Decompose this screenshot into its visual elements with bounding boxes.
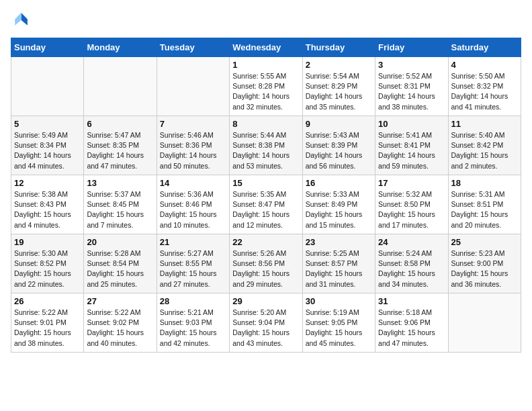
calendar-week-row: 12Sunrise: 5:38 AMSunset: 8:43 PMDayligh… bbox=[11, 175, 521, 234]
day-info: Sunrise: 5:26 AMSunset: 8:56 PMDaylight:… bbox=[232, 248, 299, 289]
weekday-header: Sunday bbox=[11, 38, 84, 57]
day-number: 14 bbox=[160, 178, 226, 188]
day-number: 25 bbox=[451, 237, 518, 247]
day-number: 15 bbox=[232, 178, 299, 188]
day-info: Sunrise: 5:50 AMSunset: 8:32 PMDaylight:… bbox=[451, 71, 518, 112]
calendar-day-cell: 29Sunrise: 5:20 AMSunset: 9:04 PMDayligh… bbox=[230, 293, 302, 353]
day-number: 8 bbox=[232, 119, 299, 129]
day-info: Sunrise: 5:33 AMSunset: 8:49 PMDaylight:… bbox=[306, 189, 372, 230]
day-info: Sunrise: 5:32 AMSunset: 8:50 PMDaylight:… bbox=[378, 189, 445, 230]
calendar-day-cell: 30Sunrise: 5:19 AMSunset: 9:05 PMDayligh… bbox=[302, 293, 375, 353]
calendar-day-cell: 12Sunrise: 5:38 AMSunset: 8:43 PMDayligh… bbox=[11, 175, 84, 234]
day-info: Sunrise: 5:27 AMSunset: 8:55 PMDaylight:… bbox=[160, 248, 226, 289]
day-info: Sunrise: 5:52 AMSunset: 8:31 PMDaylight:… bbox=[378, 71, 445, 112]
weekday-header: Tuesday bbox=[157, 38, 229, 57]
calendar-day-cell: 14Sunrise: 5:36 AMSunset: 8:46 PMDayligh… bbox=[157, 175, 229, 234]
day-info: Sunrise: 5:30 AMSunset: 8:52 PMDaylight:… bbox=[14, 248, 81, 289]
calendar-day-cell: 19Sunrise: 5:30 AMSunset: 8:52 PMDayligh… bbox=[11, 234, 84, 293]
calendar-day-cell: 28Sunrise: 5:21 AMSunset: 9:03 PMDayligh… bbox=[157, 293, 229, 353]
calendar-day-cell: 10Sunrise: 5:41 AMSunset: 8:41 PMDayligh… bbox=[375, 116, 448, 175]
day-info: Sunrise: 5:49 AMSunset: 8:34 PMDaylight:… bbox=[14, 130, 81, 171]
day-number: 13 bbox=[87, 178, 153, 188]
calendar-day-cell bbox=[84, 57, 157, 116]
weekday-header: Saturday bbox=[448, 38, 521, 57]
day-info: Sunrise: 5:55 AMSunset: 8:28 PMDaylight:… bbox=[232, 71, 299, 112]
calendar-header-row: SundayMondayTuesdayWednesdayThursdayFrid… bbox=[11, 38, 521, 57]
calendar-day-cell bbox=[157, 57, 229, 116]
day-number: 20 bbox=[87, 237, 153, 247]
day-number: 2 bbox=[306, 60, 372, 70]
calendar-table: SundayMondayTuesdayWednesdayThursdayFrid… bbox=[11, 38, 521, 353]
day-number: 31 bbox=[378, 296, 445, 306]
day-number: 28 bbox=[160, 296, 226, 306]
day-info: Sunrise: 5:28 AMSunset: 8:54 PMDaylight:… bbox=[87, 248, 153, 289]
day-info: Sunrise: 5:43 AMSunset: 8:39 PMDaylight:… bbox=[306, 130, 372, 171]
svg-marker-1 bbox=[15, 13, 21, 26]
day-number: 16 bbox=[306, 178, 372, 188]
day-number: 11 bbox=[451, 119, 518, 129]
calendar-day-cell: 2Sunrise: 5:54 AMSunset: 8:29 PMDaylight… bbox=[302, 57, 375, 116]
day-info: Sunrise: 5:54 AMSunset: 8:29 PMDaylight:… bbox=[306, 71, 372, 112]
day-number: 17 bbox=[378, 178, 445, 188]
calendar-day-cell: 18Sunrise: 5:31 AMSunset: 8:51 PMDayligh… bbox=[448, 175, 521, 234]
calendar-day-cell: 26Sunrise: 5:22 AMSunset: 9:01 PMDayligh… bbox=[11, 293, 84, 353]
day-number: 24 bbox=[378, 237, 445, 247]
day-info: Sunrise: 5:44 AMSunset: 8:38 PMDaylight:… bbox=[232, 130, 299, 171]
day-number: 29 bbox=[232, 296, 299, 306]
calendar-day-cell: 13Sunrise: 5:37 AMSunset: 8:45 PMDayligh… bbox=[84, 175, 157, 234]
day-info: Sunrise: 5:47 AMSunset: 8:35 PMDaylight:… bbox=[87, 130, 153, 171]
day-info: Sunrise: 5:40 AMSunset: 8:42 PMDaylight:… bbox=[451, 130, 518, 171]
calendar-day-cell: 7Sunrise: 5:46 AMSunset: 8:36 PMDaylight… bbox=[157, 116, 229, 175]
day-info: Sunrise: 5:21 AMSunset: 9:03 PMDaylight:… bbox=[160, 308, 226, 349]
calendar-day-cell: 21Sunrise: 5:27 AMSunset: 8:55 PMDayligh… bbox=[157, 234, 229, 293]
day-info: Sunrise: 5:19 AMSunset: 9:05 PMDaylight:… bbox=[306, 308, 372, 349]
page-header bbox=[11, 11, 521, 30]
calendar-day-cell: 20Sunrise: 5:28 AMSunset: 8:54 PMDayligh… bbox=[84, 234, 157, 293]
day-number: 12 bbox=[14, 178, 81, 188]
calendar-day-cell: 24Sunrise: 5:24 AMSunset: 8:58 PMDayligh… bbox=[375, 234, 448, 293]
day-number: 5 bbox=[14, 119, 81, 129]
calendar-day-cell: 16Sunrise: 5:33 AMSunset: 8:49 PMDayligh… bbox=[302, 175, 375, 234]
calendar-day-cell: 3Sunrise: 5:52 AMSunset: 8:31 PMDaylight… bbox=[375, 57, 448, 116]
day-info: Sunrise: 5:46 AMSunset: 8:36 PMDaylight:… bbox=[160, 130, 226, 171]
day-info: Sunrise: 5:20 AMSunset: 9:04 PMDaylight:… bbox=[232, 308, 299, 349]
logo-icon bbox=[11, 11, 30, 30]
calendar-day-cell: 6Sunrise: 5:47 AMSunset: 8:35 PMDaylight… bbox=[84, 116, 157, 175]
day-number: 3 bbox=[378, 60, 445, 70]
day-info: Sunrise: 5:37 AMSunset: 8:45 PMDaylight:… bbox=[87, 189, 153, 230]
calendar-day-cell: 4Sunrise: 5:50 AMSunset: 8:32 PMDaylight… bbox=[448, 57, 521, 116]
weekday-header: Monday bbox=[84, 38, 157, 57]
calendar-week-row: 19Sunrise: 5:30 AMSunset: 8:52 PMDayligh… bbox=[11, 234, 521, 293]
day-number: 23 bbox=[306, 237, 372, 247]
calendar-day-cell: 22Sunrise: 5:26 AMSunset: 8:56 PMDayligh… bbox=[230, 234, 302, 293]
day-info: Sunrise: 5:41 AMSunset: 8:41 PMDaylight:… bbox=[378, 130, 445, 171]
calendar-day-cell: 11Sunrise: 5:40 AMSunset: 8:42 PMDayligh… bbox=[448, 116, 521, 175]
calendar-day-cell: 5Sunrise: 5:49 AMSunset: 8:34 PMDaylight… bbox=[11, 116, 84, 175]
calendar-day-cell bbox=[11, 57, 84, 116]
day-number: 6 bbox=[87, 119, 153, 129]
day-number: 10 bbox=[378, 119, 445, 129]
calendar-day-cell: 15Sunrise: 5:35 AMSunset: 8:47 PMDayligh… bbox=[230, 175, 302, 234]
calendar-day-cell: 23Sunrise: 5:25 AMSunset: 8:57 PMDayligh… bbox=[302, 234, 375, 293]
calendar-week-row: 26Sunrise: 5:22 AMSunset: 9:01 PMDayligh… bbox=[11, 293, 521, 353]
day-number: 1 bbox=[232, 60, 299, 70]
day-info: Sunrise: 5:23 AMSunset: 9:00 PMDaylight:… bbox=[451, 248, 518, 289]
calendar-day-cell bbox=[448, 293, 521, 353]
calendar-day-cell: 17Sunrise: 5:32 AMSunset: 8:50 PMDayligh… bbox=[375, 175, 448, 234]
day-info: Sunrise: 5:38 AMSunset: 8:43 PMDaylight:… bbox=[14, 189, 81, 230]
svg-marker-0 bbox=[21, 13, 28, 26]
day-info: Sunrise: 5:35 AMSunset: 8:47 PMDaylight:… bbox=[232, 189, 299, 230]
calendar-day-cell: 9Sunrise: 5:43 AMSunset: 8:39 PMDaylight… bbox=[302, 116, 375, 175]
day-info: Sunrise: 5:31 AMSunset: 8:51 PMDaylight:… bbox=[451, 189, 518, 230]
day-number: 22 bbox=[232, 237, 299, 247]
calendar-week-row: 1Sunrise: 5:55 AMSunset: 8:28 PMDaylight… bbox=[11, 57, 521, 116]
calendar-week-row: 5Sunrise: 5:49 AMSunset: 8:34 PMDaylight… bbox=[11, 116, 521, 175]
calendar-day-cell: 8Sunrise: 5:44 AMSunset: 8:38 PMDaylight… bbox=[230, 116, 302, 175]
day-info: Sunrise: 5:24 AMSunset: 8:58 PMDaylight:… bbox=[378, 248, 445, 289]
day-info: Sunrise: 5:22 AMSunset: 9:02 PMDaylight:… bbox=[87, 308, 153, 349]
day-number: 18 bbox=[451, 178, 518, 188]
day-info: Sunrise: 5:18 AMSunset: 9:06 PMDaylight:… bbox=[378, 308, 445, 349]
day-number: 19 bbox=[14, 237, 81, 247]
day-number: 9 bbox=[306, 119, 372, 129]
day-number: 7 bbox=[160, 119, 226, 129]
